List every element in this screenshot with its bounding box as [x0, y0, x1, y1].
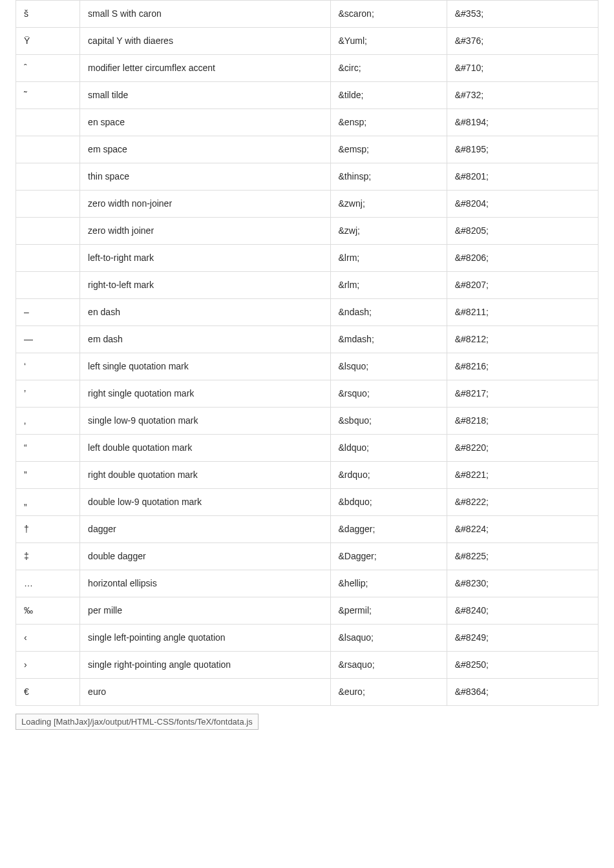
entity-number-cell: &#8205; [447, 218, 598, 245]
entity-number-cell: &#353; [447, 1, 598, 28]
entity-name-cell: &scaron; [330, 1, 447, 28]
char-cell: ‰ [16, 597, 80, 625]
entity-name-cell: &lsquo; [330, 353, 447, 380]
entity-number-cell: &#376; [447, 28, 598, 55]
entity-number-cell: &#8240; [447, 597, 598, 625]
entity-number-cell: &#8211; [447, 299, 598, 326]
entity-name-cell: &dagger; [330, 516, 447, 543]
entity-name-cell: &rsaquo; [330, 652, 447, 679]
entity-name-cell: &ndash; [330, 299, 447, 326]
char-cell: „ [16, 489, 80, 516]
table-row: —em dash&mdash;&#8212; [16, 326, 598, 353]
description-cell: thin space [80, 163, 330, 191]
description-cell: double low-9 quotation mark [80, 489, 330, 516]
entity-number-cell: &#8201; [447, 163, 598, 191]
entity-name-cell: &thinsp; [330, 163, 447, 191]
table-row: thin space&thinsp;&#8201; [16, 163, 598, 191]
table-row: ‹single left-pointing angle quotation&ls… [16, 625, 598, 652]
entity-name-cell: &hellip; [330, 570, 447, 597]
entity-name-cell: &zwnj; [330, 191, 447, 218]
entity-number-cell: &#8364; [447, 679, 598, 706]
entity-number-cell: &#8230; [447, 570, 598, 597]
description-cell: left-to-right mark [80, 245, 330, 272]
entity-number-cell: &#8222; [447, 489, 598, 516]
description-cell: capital Y with diaeres [80, 28, 330, 55]
description-cell: double dagger [80, 543, 330, 570]
description-cell: euro [80, 679, 330, 706]
char-cell: ‚ [16, 408, 80, 435]
entity-name-cell: &mdash; [330, 326, 447, 353]
table-row: ›single right-pointing angle quotation&r… [16, 652, 598, 679]
entity-name-cell: &sbquo; [330, 408, 447, 435]
char-cell: – [16, 299, 80, 326]
entity-name-cell: &ldquo; [330, 435, 447, 462]
entity-name-cell: &rdquo; [330, 462, 447, 489]
table-row: šsmall S with caron&scaron;&#353; [16, 1, 598, 28]
description-cell: left single quotation mark [80, 353, 330, 380]
table-row: ”right double quotation mark&rdquo;&#822… [16, 462, 598, 489]
entity-name-cell: &bdquo; [330, 489, 447, 516]
table-row: zero width joiner&zwj;&#8205; [16, 218, 598, 245]
description-cell: en dash [80, 299, 330, 326]
table-row: …horizontal ellipsis&hellip;&#8230; [16, 570, 598, 597]
char-cell: ” [16, 462, 80, 489]
entity-name-cell: &lrm; [330, 245, 447, 272]
table-row: ‰per mille&permil;&#8240; [16, 597, 598, 625]
entity-number-cell: &#8225; [447, 543, 598, 570]
table-row: ‡double dagger&Dagger;&#8225; [16, 543, 598, 570]
char-cell: ˆ [16, 55, 80, 82]
description-cell: single left-pointing angle quotation [80, 625, 330, 652]
char-cell [16, 218, 80, 245]
entity-number-cell: &#8224; [447, 516, 598, 543]
char-cell: ‘ [16, 353, 80, 380]
char-cell: ˜ [16, 82, 80, 109]
description-cell: single right-pointing angle quotation [80, 652, 330, 679]
table-row: Ÿcapital Y with diaeres&Yuml;&#376; [16, 28, 598, 55]
char-cell: Ÿ [16, 28, 80, 55]
entity-number-cell: &#8217; [447, 380, 598, 408]
description-cell: em dash [80, 326, 330, 353]
entity-name-cell: &rsquo; [330, 380, 447, 408]
entity-name-cell: &emsp; [330, 136, 447, 163]
description-cell: dagger [80, 516, 330, 543]
char-cell [16, 191, 80, 218]
entity-table: šsmall S with caron&scaron;&#353;Ÿcapita… [16, 0, 598, 706]
table-row: “left double quotation mark&ldquo;&#8220… [16, 435, 598, 462]
table-row: right-to-left mark&rlm;&#8207; [16, 272, 598, 299]
entity-name-cell: &rlm; [330, 272, 447, 299]
description-cell: right-to-left mark [80, 272, 330, 299]
char-cell: ’ [16, 380, 80, 408]
char-cell: … [16, 570, 80, 597]
description-cell: right double quotation mark [80, 462, 330, 489]
char-cell [16, 136, 80, 163]
char-cell: š [16, 1, 80, 28]
table-row: en space&ensp;&#8194; [16, 109, 598, 136]
char-cell [16, 272, 80, 299]
entity-name-cell: &circ; [330, 55, 447, 82]
description-cell: right single quotation mark [80, 380, 330, 408]
table-row: left-to-right mark&lrm;&#8206; [16, 245, 598, 272]
entity-number-cell: &#8250; [447, 652, 598, 679]
entity-number-cell: &#8218; [447, 408, 598, 435]
entity-name-cell: &Dagger; [330, 543, 447, 570]
char-cell: ‹ [16, 625, 80, 652]
description-cell: small tilde [80, 82, 330, 109]
entity-number-cell: &#8195; [447, 136, 598, 163]
entity-number-cell: &#710; [447, 55, 598, 82]
description-cell: left double quotation mark [80, 435, 330, 462]
description-cell: single low-9 quotation mark [80, 408, 330, 435]
description-cell: en space [80, 109, 330, 136]
entity-name-cell: &Yuml; [330, 28, 447, 55]
table-row: –en dash&ndash;&#8211; [16, 299, 598, 326]
char-cell: € [16, 679, 80, 706]
entity-name-cell: &lsaquo; [330, 625, 447, 652]
entity-number-cell: &#8216; [447, 353, 598, 380]
table-row: „double low-9 quotation mark&bdquo;&#822… [16, 489, 598, 516]
description-cell: horizontal ellipsis [80, 570, 330, 597]
entity-number-cell: &#8249; [447, 625, 598, 652]
char-cell: ‡ [16, 543, 80, 570]
table-row: ˆmodifier letter circumflex accent&circ;… [16, 55, 598, 82]
table-row: ‚single low-9 quotation mark&sbquo;&#821… [16, 408, 598, 435]
char-cell [16, 163, 80, 191]
table-row: †dagger&dagger;&#8224; [16, 516, 598, 543]
